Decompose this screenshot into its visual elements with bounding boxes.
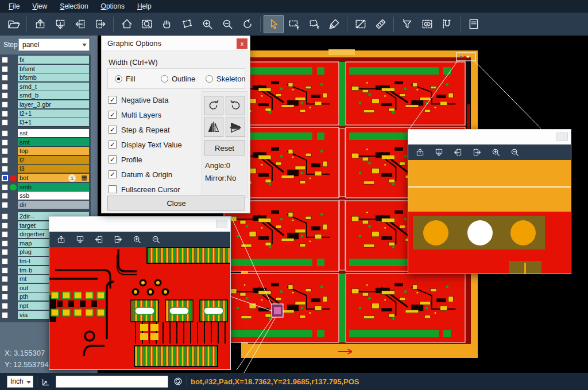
- layer-row-l3+1[interactable]: l3+1: [0, 118, 91, 127]
- radio-outline[interactable]: Outline: [161, 75, 195, 83]
- reset-button[interactable]: Reset: [204, 141, 245, 155]
- mirror-v-button[interactable]: [226, 118, 245, 137]
- layer-checkbox[interactable]: [2, 130, 8, 136]
- checkbox[interactable]: ✓: [109, 96, 117, 104]
- preview-right-content[interactable]: [408, 160, 571, 276]
- pan-left-button[interactable]: [90, 233, 107, 247]
- snap-magnet-button[interactable]: [437, 15, 457, 33]
- layer-label[interactable]: smd_t: [18, 83, 89, 91]
- checkbox[interactable]: [109, 185, 117, 193]
- layer-row-top[interactable]: top: [0, 147, 91, 156]
- measure-line-button[interactable]: [350, 15, 370, 33]
- zoom-in-button[interactable]: [197, 15, 217, 33]
- layer-row-bfsmb[interactable]: bfsmb: [0, 73, 91, 83]
- layer-row-smd_t[interactable]: smd_t: [0, 83, 91, 92]
- layer-label[interactable]: l2: [18, 156, 89, 165]
- zoom-preview-window-left[interactable]: [49, 216, 231, 370]
- layer-label[interactable]: smt: [18, 138, 89, 147]
- layer-checkbox[interactable]: [2, 148, 8, 154]
- layer-checkbox[interactable]: [2, 276, 8, 282]
- check-step-repeat[interactable]: ✓Step & Repeat: [109, 124, 170, 135]
- layer-row-sst[interactable]: sst: [0, 129, 91, 138]
- zoom-out-button[interactable]: [147, 233, 164, 247]
- layer-checkbox[interactable]: [2, 202, 8, 208]
- pan-right-button[interactable]: [468, 146, 485, 159]
- view-eye-button[interactable]: [417, 15, 437, 33]
- layer-checkbox[interactable]: [2, 166, 8, 172]
- layer-checkbox[interactable]: [2, 267, 8, 274]
- preview-right-window-button[interactable]: [556, 132, 568, 141]
- radio-fill[interactable]: Fill: [115, 75, 136, 83]
- layer-row-smd_b[interactable]: smd_b: [0, 91, 91, 100]
- menu-view[interactable]: View: [26, 1, 53, 12]
- layer-checkbox[interactable]: [2, 231, 8, 237]
- layer-checkbox[interactable]: [2, 111, 8, 117]
- menu-options[interactable]: Options: [95, 1, 131, 12]
- layer-label[interactable]: dir: [18, 201, 89, 209]
- layer-label[interactable]: sst: [18, 129, 89, 138]
- layer-label[interactable]: smb: [18, 183, 89, 192]
- pan-left-button[interactable]: [70, 15, 90, 33]
- pan-hand-button[interactable]: [157, 15, 177, 33]
- unit-select[interactable]: Inch: [7, 376, 33, 388]
- pan-up-button[interactable]: [411, 146, 428, 159]
- layer-label[interactable]: l3+1: [18, 118, 89, 127]
- layer-checkbox[interactable]: [2, 193, 8, 199]
- layer-checkbox[interactable]: [2, 213, 8, 220]
- pan-left-button[interactable]: [449, 146, 466, 159]
- zoom-out-button[interactable]: [506, 146, 523, 159]
- select-poly-button[interactable]: [304, 15, 324, 33]
- layer-form-button[interactable]: [463, 15, 483, 33]
- preview-left-content[interactable]: [49, 247, 230, 372]
- check-multi-layers[interactable]: ✓Multi Layers: [109, 110, 161, 120]
- layer-row-smt[interactable]: smt: [0, 138, 91, 147]
- pan-right-button[interactable]: [109, 233, 126, 247]
- menu-file[interactable]: File: [2, 1, 26, 12]
- zoom-prev-button[interactable]: [237, 15, 257, 33]
- step-select[interactable]: panel: [18, 38, 90, 51]
- layer-label[interactable]: ssb: [18, 192, 89, 200]
- layer-label[interactable]: bfsmb: [18, 73, 89, 82]
- layer-checkbox[interactable]: [2, 75, 8, 81]
- zoom-in-button[interactable]: [128, 233, 145, 247]
- zoom-out-button[interactable]: [217, 15, 237, 33]
- layer-label[interactable]: fx: [18, 56, 89, 64]
- preview-right-titlebar[interactable]: [408, 130, 571, 145]
- layer-checkbox[interactable]: [2, 312, 8, 318]
- layer-checkbox[interactable]: [2, 66, 8, 72]
- menu-help[interactable]: Help: [131, 1, 158, 12]
- pan-up-button[interactable]: [30, 15, 50, 33]
- check-profile[interactable]: ✓Profile: [109, 154, 142, 165]
- layer-checkbox[interactable]: [2, 92, 8, 99]
- layer-color-indicator[interactable]: [10, 175, 17, 181]
- zoom-poly-button[interactable]: [177, 15, 197, 33]
- pan-up-button[interactable]: [52, 233, 69, 247]
- select-rect-button[interactable]: [284, 15, 304, 33]
- layer-row-bot[interactable]: bot1▦: [0, 174, 91, 183]
- checkbox[interactable]: ✓: [109, 170, 117, 178]
- layer-row-bfsmt[interactable]: bfsmt: [0, 65, 91, 74]
- layer-label[interactable]: l2+1: [18, 110, 89, 118]
- radio-dot[interactable]: [115, 75, 122, 83]
- command-input[interactable]: [56, 376, 168, 388]
- check-display-text-value[interactable]: ✓Display Text Value: [109, 139, 182, 150]
- layer-checkbox[interactable]: [2, 57, 8, 63]
- layer-checkbox[interactable]: [2, 303, 8, 309]
- radio-dot[interactable]: [161, 75, 168, 83]
- checkbox[interactable]: ✓: [109, 141, 117, 149]
- layer-row-l3[interactable]: l3: [0, 165, 91, 174]
- layer-row-smb[interactable]: smb: [0, 183, 91, 192]
- layer-checkbox[interactable]: [2, 184, 8, 190]
- check-datum-origin[interactable]: ✓Datum & Origin: [109, 169, 172, 180]
- layer-row-ssb[interactable]: ssb: [0, 192, 91, 201]
- ruler-button[interactable]: [370, 15, 390, 33]
- layer-label[interactable]: bot: [18, 174, 89, 182]
- clean-brush-button[interactable]: [324, 15, 344, 33]
- menu-selection[interactable]: Selection: [53, 1, 94, 12]
- layer-checkbox[interactable]: [2, 157, 8, 163]
- layer-checkbox[interactable]: [2, 285, 8, 291]
- layer-grid-icon[interactable]: ▦: [82, 174, 87, 181]
- layer-checkbox[interactable]: [2, 223, 8, 229]
- layer-row-dir[interactable]: dir: [0, 201, 91, 210]
- select-arrow-button[interactable]: [264, 15, 284, 33]
